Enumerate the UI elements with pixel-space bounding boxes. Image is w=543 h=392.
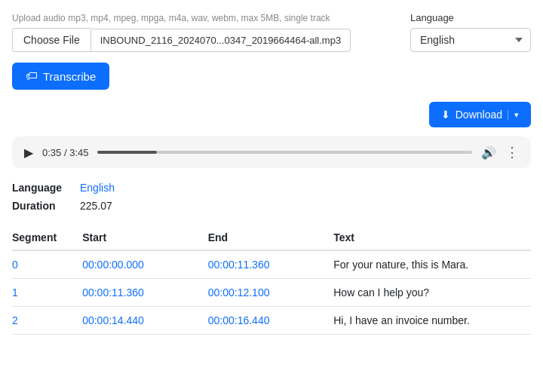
cell-start-1: 00:00:11.360 — [82, 279, 208, 307]
file-name-display: INBOUND_2116_2024070...0347_2019664464-a… — [90, 29, 351, 52]
upload-title: Upload audio — [12, 13, 66, 23]
download-row: ⬇ Download ▾ — [12, 102, 531, 127]
cell-text-0: For your nature, this is Mara. — [333, 250, 531, 279]
total-time: 3:45 — [69, 147, 88, 158]
cell-start-2: 00:00:14.440 — [82, 307, 208, 335]
header-row: Upload audio mp3, mp4, mpeg, mpga, m4a, … — [12, 12, 531, 52]
table-row: 2 00:00:14.440 00:00:16.440 Hi, I have a… — [12, 307, 531, 335]
language-metadata-row: Language English — [12, 182, 531, 194]
col-end: End — [208, 225, 334, 250]
more-options-icon[interactable]: ⋮ — [505, 144, 519, 161]
download-chevron-icon[interactable]: ▾ — [508, 110, 519, 120]
cell-start-0: 00:00:00.000 — [82, 250, 208, 279]
cell-segment-2: 2 — [12, 307, 82, 335]
duration-metadata-row: Duration 225.07 — [12, 200, 531, 212]
language-select[interactable]: English Spanish French German Japanese — [410, 28, 531, 52]
cell-text-1: How can I help you? — [333, 279, 531, 307]
volume-icon[interactable]: 🔊 — [481, 145, 496, 160]
cell-segment-1: 1 — [12, 279, 82, 307]
duration-metadata-key: Duration — [12, 200, 80, 212]
language-section: Language English Spanish French German J… — [410, 12, 531, 52]
download-button[interactable]: ⬇ Download ▾ — [429, 102, 531, 127]
cell-end-0: 00:00:11.360 — [208, 250, 334, 279]
table-body: 0 00:00:00.000 00:00:11.360 For your nat… — [12, 250, 531, 335]
table-header-row: Segment Start End Text — [12, 225, 531, 250]
audio-player: ▶ 0:35 / 3:45 🔊 ⋮ — [12, 136, 531, 168]
cell-segment-0: 0 — [12, 250, 82, 279]
language-label: Language — [410, 12, 531, 23]
upload-section: Upload audio mp3, mp4, mpeg, mpga, m4a, … — [12, 12, 395, 52]
download-label: Download — [456, 109, 502, 121]
file-input-row: Choose File INBOUND_2116_2024070...0347_… — [12, 28, 395, 52]
segments-table: Segment Start End Text 0 00:00:00.000 00… — [12, 225, 531, 335]
current-time: 0:35 — [42, 147, 61, 158]
metadata-section: Language English Duration 225.07 — [12, 182, 531, 212]
progress-bar-fill — [97, 151, 156, 154]
cell-end-2: 00:00:16.440 — [208, 307, 334, 335]
table-row: 1 00:00:11.360 00:00:12.100 How can I he… — [12, 279, 531, 307]
language-metadata-key: Language — [12, 182, 80, 194]
download-icon: ⬇ — [441, 109, 450, 121]
col-text: Text — [333, 225, 531, 250]
time-display: 0:35 / 3:45 — [42, 147, 88, 158]
transcribe-label: Transcribe — [43, 70, 96, 83]
transcribe-icon: 🏷 — [26, 69, 38, 83]
col-segment: Segment — [12, 225, 82, 250]
play-button[interactable]: ▶ — [24, 145, 33, 160]
choose-file-button[interactable]: Choose File — [12, 28, 90, 52]
transcribe-button[interactable]: 🏷 Transcribe — [12, 63, 109, 90]
cell-text-2: Hi, I have an invoice number. — [333, 307, 531, 335]
table-row: 0 00:00:00.000 00:00:11.360 For your nat… — [12, 250, 531, 279]
progress-bar[interactable] — [97, 151, 472, 154]
col-start: Start — [82, 225, 208, 250]
upload-label: Upload audio mp3, mp4, mpeg, mpga, m4a, … — [12, 12, 395, 23]
language-metadata-value: English — [80, 182, 115, 194]
upload-hint: mp3, mp4, mpeg, mpga, m4a, wav, webm, ma… — [68, 13, 330, 23]
cell-end-1: 00:00:12.100 — [208, 279, 334, 307]
duration-metadata-value: 225.07 — [80, 200, 112, 212]
table-header: Segment Start End Text — [12, 225, 531, 250]
